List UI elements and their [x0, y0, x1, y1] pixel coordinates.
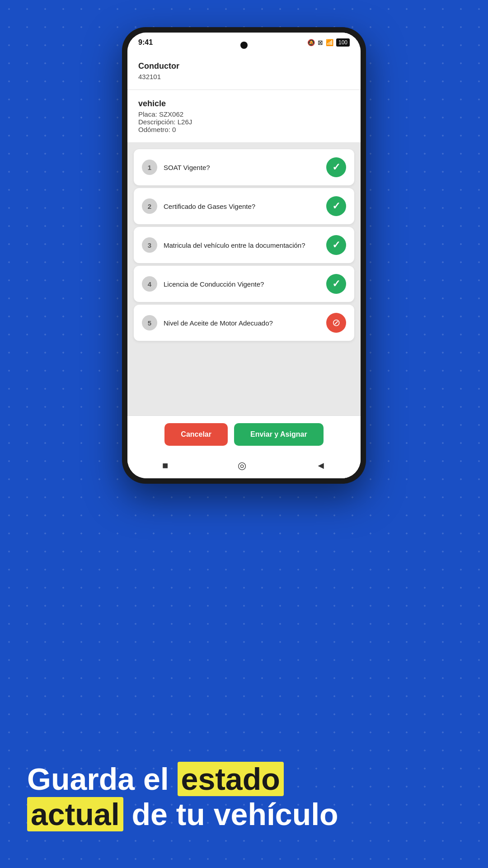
vehicle-descripcion: Descripción: L26J [138, 118, 350, 126]
checklist-area: 1 SOAT Vigente? ✓ 2 Certificado de Gases… [127, 143, 361, 415]
item-number-2: 2 [142, 198, 157, 214]
conductor-id: 432101 [138, 73, 350, 80]
headline-line1: Guarda el estado [27, 761, 461, 797]
headline-line2: actual de tu vehículo [27, 797, 461, 832]
desc-value: L26J [178, 118, 192, 126]
vehicle-placa: Placa: SZX062 [138, 110, 350, 118]
item-number-3: 3 [142, 237, 157, 253]
checkmark-icon-2: ✓ [332, 200, 340, 212]
item-status-1[interactable]: ✓ [326, 157, 346, 177]
status-time: 9:41 [138, 38, 153, 47]
headline-highlight1: estado [178, 762, 284, 796]
item-number-1: 1 [142, 160, 157, 175]
vehicle-card: vehicle Placa: SZX062 Descripción: L26J … [127, 90, 361, 143]
buttons-area: Cancelar Enviar y Asignar [127, 415, 361, 453]
back-icon[interactable]: ◄ [316, 460, 326, 472]
item-status-4[interactable]: ✓ [326, 274, 346, 294]
vehicle-label: vehicle [138, 99, 350, 108]
battery-icon: 100 [336, 38, 350, 47]
checklist-item-3[interactable]: 3 Matricula del vehículo entre la docume… [134, 227, 354, 263]
item-number-4: 4 [142, 276, 157, 292]
wifi-icon: 📶 [326, 39, 333, 46]
camera-notch [240, 42, 248, 49]
item-text-5: Nivel de Aceite de Motor Adecuado? [164, 318, 320, 328]
odo-value: 0 [172, 126, 176, 133]
headline-post: de tu vehículo [123, 797, 338, 831]
checklist-item-5[interactable]: 5 Nivel de Aceite de Motor Adecuado? ⊘ [134, 305, 354, 341]
mute-icon: 🔕 [307, 39, 315, 46]
cancel-button[interactable]: Cancelar [164, 423, 228, 446]
item-status-3[interactable]: ✓ [326, 235, 346, 255]
placa-label: Placa: [138, 110, 157, 118]
block-icon-5: ⊘ [332, 317, 340, 329]
vehicle-odometro: Odómetro: 0 [138, 126, 350, 133]
item-text-4: Licencia de Conducción Vigente? [164, 279, 320, 289]
checkmark-icon-1: ✓ [332, 161, 340, 173]
item-text-1: SOAT Vigente? [164, 163, 320, 172]
send-button[interactable]: Enviar y Asignar [234, 423, 324, 446]
headline-highlight2: actual [27, 797, 123, 831]
item-number-5: 5 [142, 315, 157, 330]
conductor-label: Conductor [138, 61, 350, 71]
circle-icon[interactable]: ◎ [238, 460, 246, 472]
nav-bar: ■ ◎ ◄ [127, 453, 361, 478]
phone-screen: 9:41 🔕 ⊠ 📶 100 Conductor 432101 vehicle … [127, 33, 361, 478]
bottom-text-area: Guarda el estado actual de tu vehículo [0, 761, 488, 832]
checkmark-icon-4: ✓ [332, 278, 340, 290]
item-text-3: Matricula del vehículo entre la document… [164, 241, 320, 250]
conductor-card: Conductor 432101 [127, 52, 361, 90]
phone-frame: 9:41 🔕 ⊠ 📶 100 Conductor 432101 vehicle … [122, 27, 366, 484]
screen-content: Conductor 432101 vehicle Placa: SZX062 D… [127, 52, 361, 478]
odo-label: Odómetro: [138, 126, 170, 133]
item-text-2: Certificado de Gases Vigente? [164, 202, 320, 211]
checklist-item-4[interactable]: 4 Licencia de Conducción Vigente? ✓ [134, 266, 354, 302]
checkmark-icon-3: ✓ [332, 239, 340, 251]
item-status-5[interactable]: ⊘ [326, 313, 346, 333]
item-status-2[interactable]: ✓ [326, 196, 346, 216]
checklist-item-2[interactable]: 2 Certificado de Gases Vigente? ✓ [134, 188, 354, 224]
home-square-icon[interactable]: ■ [162, 460, 168, 472]
status-bar: 9:41 🔕 ⊠ 📶 100 [127, 33, 361, 52]
desc-label: Descripción: [138, 118, 176, 126]
placa-value: SZX062 [159, 110, 183, 118]
headline-pre: Guarda el [27, 762, 178, 796]
status-icons: 🔕 ⊠ 📶 100 [307, 38, 350, 47]
checklist-item-1[interactable]: 1 SOAT Vigente? ✓ [134, 149, 354, 185]
sim-icon: ⊠ [318, 39, 323, 46]
